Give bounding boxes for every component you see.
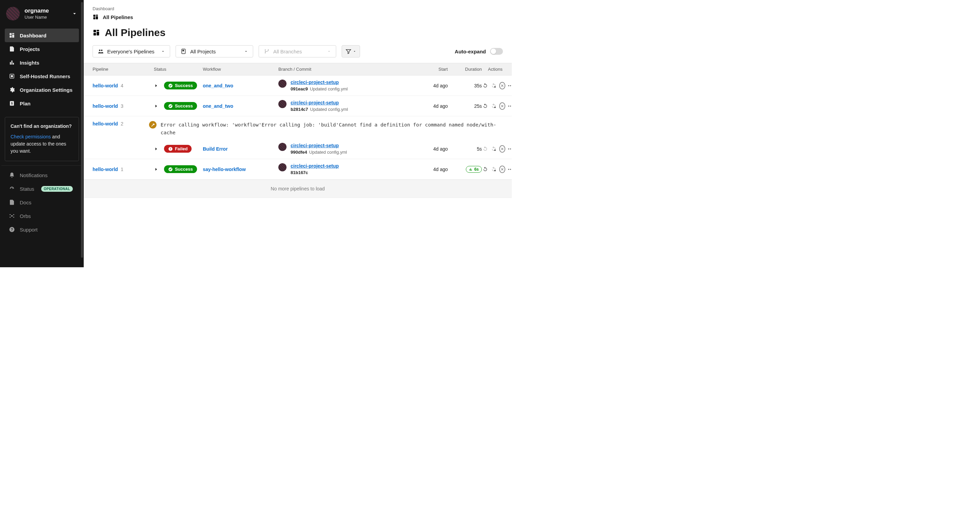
select-placeholder: All Branches	[273, 49, 302, 54]
rerun-button[interactable]	[482, 144, 488, 153]
insights-icon	[9, 60, 15, 66]
svg-rect-50	[471, 169, 472, 171]
sidebar-item-notifications[interactable]: Notifications	[5, 168, 79, 182]
status-pill: OPERATIONAL	[41, 186, 73, 192]
workflow-link[interactable]: one_and_two	[203, 103, 233, 109]
start-time: 4d ago	[412, 83, 448, 89]
svg-text:$: $	[11, 101, 13, 105]
auto-expand-toggle[interactable]	[490, 48, 503, 55]
rerun-failed-button[interactable]	[491, 101, 498, 111]
sidebar-item-projects[interactable]: Projects	[5, 42, 79, 56]
workflow-link[interactable]: say-hello-workflow	[203, 166, 246, 172]
svg-point-35	[510, 85, 511, 86]
rerun-failed-button[interactable]	[491, 81, 498, 90]
svg-rect-18	[93, 14, 95, 17]
branch-link[interactable]: circleci-project-setup	[291, 100, 339, 105]
org-avatar	[6, 7, 20, 21]
svg-point-32	[268, 49, 269, 50]
svg-rect-2	[12, 35, 14, 38]
col-actions: Actions	[482, 67, 512, 72]
project-filter-select[interactable]: All Projects	[176, 45, 253, 57]
pipeline-number: 2	[121, 121, 124, 127]
check-permissions-link[interactable]: Check permissions	[11, 134, 51, 140]
actor-avatar	[278, 100, 286, 108]
sidebar-item-insights[interactable]: Insights	[5, 56, 79, 69]
svg-point-30	[265, 49, 266, 50]
rerun-failed-button[interactable]	[491, 165, 498, 174]
actor-avatar	[278, 143, 286, 151]
rerun-button[interactable]	[482, 165, 488, 174]
more-menu-button[interactable]	[508, 144, 512, 153]
scrollbar[interactable]	[81, 2, 83, 258]
branch-cell: circleci-project-setup 990dfe4Updated co…	[278, 143, 412, 155]
sidebar-item-label: Plan	[20, 101, 30, 106]
status-badge: Success	[164, 102, 197, 110]
cancel-button[interactable]	[499, 166, 505, 173]
sidebar-item-label: Insights	[20, 60, 40, 66]
start-time: 4d ago	[412, 103, 448, 109]
sidebar-item-label: Self-Hosted Runners	[20, 73, 70, 79]
rerun-button[interactable]	[482, 81, 488, 90]
more-menu-button[interactable]	[508, 165, 512, 174]
pipeline-link[interactable]: hello-world	[92, 83, 118, 89]
help-icon: ?	[9, 227, 15, 233]
sidebar-item-label: Organization Settings	[20, 87, 73, 93]
pipeline-number: 1	[121, 166, 124, 172]
cancel-button[interactable]	[499, 145, 505, 153]
sidebar-item-docs[interactable]: Docs	[5, 195, 79, 209]
projects-icon	[9, 46, 15, 52]
duration: 25s	[448, 103, 482, 109]
owner-filter-select[interactable]: Everyone's Pipelines	[92, 45, 170, 57]
filter-button[interactable]	[342, 45, 360, 57]
duration: 5s	[448, 146, 482, 152]
commit-line: 091eac9Updated config.yml	[291, 86, 348, 92]
expand-toggle[interactable]	[154, 104, 159, 108]
sidebar-item-label: Projects	[20, 46, 40, 52]
more-menu-button[interactable]	[508, 101, 512, 111]
sidebar-item-label: Status	[20, 186, 34, 192]
expand-toggle[interactable]	[154, 167, 159, 172]
rerun-failed-button[interactable]	[491, 144, 498, 153]
sidebar-item-status[interactable]: Status OPERATIONAL	[5, 182, 79, 195]
branch-link[interactable]: circleci-project-setup	[291, 143, 339, 148]
svg-point-14	[10, 217, 11, 217]
svg-rect-4	[10, 62, 11, 65]
svg-rect-3	[10, 36, 11, 38]
sidebar-item-orbs[interactable]: Orbs	[5, 209, 79, 223]
cancel-button[interactable]	[499, 82, 505, 89]
sidebar-item-runners[interactable]: Self-Hosted Runners	[5, 69, 79, 83]
branch-link[interactable]: circleci-project-setup	[291, 163, 339, 169]
svg-point-27	[101, 50, 103, 51]
pipeline-link[interactable]: hello-world	[92, 103, 118, 109]
caret-down-icon	[244, 49, 248, 53]
start-time: 4d ago	[412, 166, 448, 172]
more-menu-button[interactable]	[508, 81, 512, 90]
branch-filter-select[interactable]: All Branches	[259, 45, 336, 57]
col-status: Status	[154, 67, 203, 72]
sidebar-item-support[interactable]: ? Support	[5, 223, 79, 236]
workflow-link[interactable]: Build Error	[203, 146, 228, 152]
sidebar-item-dashboard[interactable]: Dashboard	[5, 29, 79, 42]
pipeline-link[interactable]: hello-world	[92, 166, 118, 172]
col-start: Start	[412, 67, 448, 72]
col-pipeline: Pipeline	[92, 67, 154, 72]
user-name: User Name	[24, 14, 67, 20]
duration: 35s	[448, 83, 482, 89]
expand-toggle[interactable]	[154, 147, 159, 151]
context-label: All Pipelines	[103, 14, 133, 20]
expand-toggle[interactable]	[154, 83, 159, 88]
svg-rect-5	[11, 60, 13, 65]
select-value: All Projects	[190, 49, 216, 54]
org-switcher[interactable]: orgname User Name	[0, 0, 84, 26]
gear-icon	[9, 87, 15, 93]
rerun-button[interactable]	[482, 101, 488, 111]
cancel-button[interactable]	[499, 102, 505, 110]
gauge-icon	[9, 186, 15, 192]
pipeline-link[interactable]: hello-world	[92, 121, 118, 127]
hint-title: Can't find an organization?	[11, 123, 73, 130]
sidebar-item-plan[interactable]: $ Plan	[5, 97, 79, 110]
table-header: Pipeline Status Workflow Branch / Commit…	[84, 63, 512, 76]
workflow-link[interactable]: one_and_two	[203, 83, 233, 89]
branch-link[interactable]: circleci-project-setup	[291, 79, 339, 85]
sidebar-item-orgsettings[interactable]: Organization Settings	[5, 83, 79, 97]
